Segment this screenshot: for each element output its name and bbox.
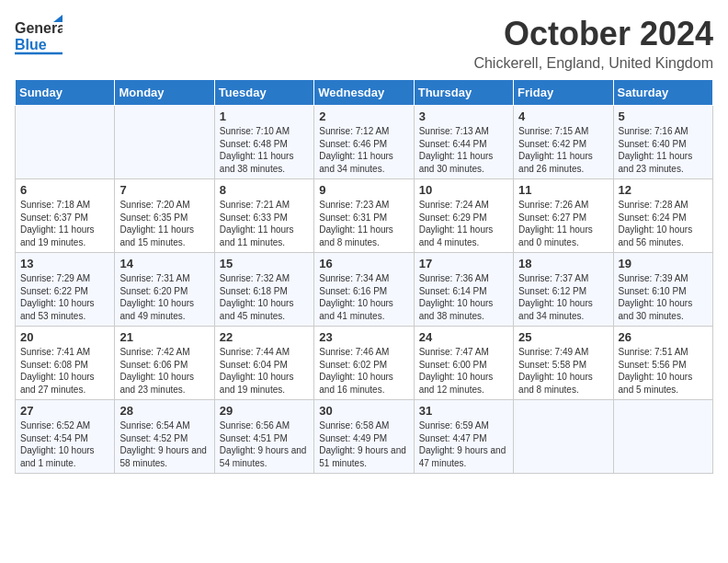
weekday-header-tuesday: Tuesday	[214, 80, 313, 106]
calendar-cell: 26Sunrise: 7:51 AM Sunset: 5:56 PM Dayli…	[613, 327, 712, 400]
cell-daylight-info: Sunrise: 6:54 AM Sunset: 4:52 PM Dayligh…	[119, 419, 209, 469]
cell-daylight-info: Sunrise: 7:37 AM Sunset: 6:12 PM Dayligh…	[518, 272, 608, 322]
cell-daylight-info: Sunrise: 6:52 AM Sunset: 4:54 PM Dayligh…	[20, 419, 109, 469]
calendar-week-row: 6Sunrise: 7:18 AM Sunset: 6:37 PM Daylig…	[16, 179, 713, 253]
day-number: 30	[319, 404, 408, 418]
day-number: 15	[220, 257, 309, 270]
calendar-cell: 21Sunrise: 7:42 AM Sunset: 6:06 PM Dayli…	[115, 327, 214, 400]
calendar-cell: 22Sunrise: 7:44 AM Sunset: 6:04 PM Dayli…	[214, 327, 313, 400]
calendar-cell	[115, 106, 214, 179]
calendar-cell: 4Sunrise: 7:15 AM Sunset: 6:42 PM Daylig…	[514, 106, 613, 179]
cell-daylight-info: Sunrise: 7:32 AM Sunset: 6:18 PM Dayligh…	[220, 272, 309, 322]
cell-daylight-info: Sunrise: 6:59 AM Sunset: 4:47 PM Dayligh…	[419, 419, 508, 469]
calendar-cell: 8Sunrise: 7:21 AM Sunset: 6:33 PM Daylig…	[214, 179, 313, 253]
calendar-week-row: 13Sunrise: 7:29 AM Sunset: 6:22 PM Dayli…	[16, 253, 713, 327]
cell-daylight-info: Sunrise: 7:24 AM Sunset: 6:29 PM Dayligh…	[419, 199, 508, 248]
cell-daylight-info: Sunrise: 7:51 AM Sunset: 5:56 PM Dayligh…	[619, 346, 708, 396]
day-number: 18	[518, 257, 608, 270]
weekday-header-wednesday: Wednesday	[314, 80, 414, 106]
logo: General Blue	[15, 15, 63, 59]
calendar-cell	[613, 400, 712, 474]
day-number: 5	[619, 109, 708, 123]
day-number: 2	[319, 109, 408, 123]
day-number: 17	[419, 257, 508, 270]
cell-daylight-info: Sunrise: 7:31 AM Sunset: 6:20 PM Dayligh…	[119, 272, 209, 322]
day-number: 25	[518, 330, 608, 344]
cell-daylight-info: Sunrise: 7:47 AM Sunset: 6:00 PM Dayligh…	[419, 346, 508, 396]
weekday-header-friday: Friday	[514, 80, 613, 106]
calendar-cell: 17Sunrise: 7:36 AM Sunset: 6:14 PM Dayli…	[414, 253, 513, 327]
day-number: 29	[220, 404, 309, 418]
calendar-cell: 31Sunrise: 6:59 AM Sunset: 4:47 PM Dayli…	[414, 400, 513, 474]
cell-daylight-info: Sunrise: 7:49 AM Sunset: 5:58 PM Dayligh…	[518, 346, 608, 396]
day-number: 16	[319, 257, 408, 270]
calendar-cell: 13Sunrise: 7:29 AM Sunset: 6:22 PM Dayli…	[16, 253, 115, 327]
weekday-header-sunday: Sunday	[16, 80, 115, 106]
calendar-cell: 24Sunrise: 7:47 AM Sunset: 6:00 PM Dayli…	[414, 327, 513, 400]
day-number: 20	[20, 330, 109, 344]
day-number: 28	[119, 404, 209, 418]
calendar-week-row: 1Sunrise: 7:10 AM Sunset: 6:48 PM Daylig…	[16, 106, 713, 179]
cell-daylight-info: Sunrise: 7:21 AM Sunset: 6:33 PM Dayligh…	[220, 199, 309, 248]
day-number: 13	[20, 257, 109, 270]
cell-daylight-info: Sunrise: 7:13 AM Sunset: 6:44 PM Dayligh…	[419, 125, 508, 175]
calendar-week-row: 27Sunrise: 6:52 AM Sunset: 4:54 PM Dayli…	[16, 400, 713, 474]
cell-daylight-info: Sunrise: 7:26 AM Sunset: 6:27 PM Dayligh…	[518, 199, 608, 248]
calendar-cell: 14Sunrise: 7:31 AM Sunset: 6:20 PM Dayli…	[115, 253, 214, 327]
cell-daylight-info: Sunrise: 7:42 AM Sunset: 6:06 PM Dayligh…	[119, 346, 209, 396]
calendar-cell: 6Sunrise: 7:18 AM Sunset: 6:37 PM Daylig…	[16, 179, 115, 253]
calendar-table: SundayMondayTuesdayWednesdayThursdayFrid…	[15, 79, 713, 474]
calendar-cell: 19Sunrise: 7:39 AM Sunset: 6:10 PM Dayli…	[613, 253, 712, 327]
day-number: 27	[20, 404, 109, 418]
day-number: 6	[20, 183, 109, 197]
day-number: 19	[619, 257, 708, 270]
cell-daylight-info: Sunrise: 7:23 AM Sunset: 6:31 PM Dayligh…	[319, 199, 408, 248]
logo-icon: General Blue	[15, 15, 63, 59]
day-number: 4	[518, 109, 608, 123]
calendar-cell: 28Sunrise: 6:54 AM Sunset: 4:52 PM Dayli…	[115, 400, 214, 474]
cell-daylight-info: Sunrise: 7:34 AM Sunset: 6:16 PM Dayligh…	[319, 272, 408, 322]
day-number: 10	[419, 183, 508, 197]
location: Chickerell, England, United Kingdom	[473, 55, 713, 72]
day-number: 22	[220, 330, 309, 344]
page-header: General Blue October 2024 Chickerell, En…	[15, 15, 713, 72]
cell-daylight-info: Sunrise: 7:46 AM Sunset: 6:02 PM Dayligh…	[319, 346, 408, 396]
cell-daylight-info: Sunrise: 7:16 AM Sunset: 6:40 PM Dayligh…	[619, 125, 708, 175]
cell-daylight-info: Sunrise: 7:39 AM Sunset: 6:10 PM Dayligh…	[619, 272, 708, 322]
calendar-cell: 10Sunrise: 7:24 AM Sunset: 6:29 PM Dayli…	[414, 179, 513, 253]
cell-daylight-info: Sunrise: 6:58 AM Sunset: 4:49 PM Dayligh…	[319, 419, 408, 469]
cell-daylight-info: Sunrise: 7:10 AM Sunset: 6:48 PM Dayligh…	[220, 125, 309, 175]
cell-daylight-info: Sunrise: 7:44 AM Sunset: 6:04 PM Dayligh…	[220, 346, 309, 396]
calendar-cell	[16, 106, 115, 179]
calendar-cell: 7Sunrise: 7:20 AM Sunset: 6:35 PM Daylig…	[115, 179, 214, 253]
calendar-cell: 3Sunrise: 7:13 AM Sunset: 6:44 PM Daylig…	[414, 106, 513, 179]
cell-daylight-info: Sunrise: 7:36 AM Sunset: 6:14 PM Dayligh…	[419, 272, 508, 322]
calendar-cell: 2Sunrise: 7:12 AM Sunset: 6:46 PM Daylig…	[314, 106, 414, 179]
calendar-cell: 16Sunrise: 7:34 AM Sunset: 6:16 PM Dayli…	[314, 253, 414, 327]
cell-daylight-info: Sunrise: 7:12 AM Sunset: 6:46 PM Dayligh…	[319, 125, 408, 175]
day-number: 23	[319, 330, 408, 344]
calendar-cell: 9Sunrise: 7:23 AM Sunset: 6:31 PM Daylig…	[314, 179, 414, 253]
calendar-cell: 20Sunrise: 7:41 AM Sunset: 6:08 PM Dayli…	[16, 327, 115, 400]
calendar-cell: 23Sunrise: 7:46 AM Sunset: 6:02 PM Dayli…	[314, 327, 414, 400]
calendar-cell: 11Sunrise: 7:26 AM Sunset: 6:27 PM Dayli…	[514, 179, 613, 253]
cell-daylight-info: Sunrise: 7:29 AM Sunset: 6:22 PM Dayligh…	[20, 272, 109, 322]
day-number: 24	[419, 330, 508, 344]
month-title: October 2024	[473, 15, 713, 53]
day-number: 14	[119, 257, 209, 270]
calendar-cell: 5Sunrise: 7:16 AM Sunset: 6:40 PM Daylig…	[613, 106, 712, 179]
calendar-cell: 18Sunrise: 7:37 AM Sunset: 6:12 PM Dayli…	[514, 253, 613, 327]
cell-daylight-info: Sunrise: 7:41 AM Sunset: 6:08 PM Dayligh…	[20, 346, 109, 396]
weekday-header-saturday: Saturday	[613, 80, 712, 106]
calendar-cell: 27Sunrise: 6:52 AM Sunset: 4:54 PM Dayli…	[16, 400, 115, 474]
calendar-cell: 30Sunrise: 6:58 AM Sunset: 4:49 PM Dayli…	[314, 400, 414, 474]
day-number: 8	[220, 183, 309, 197]
cell-daylight-info: Sunrise: 7:15 AM Sunset: 6:42 PM Dayligh…	[518, 125, 608, 175]
day-number: 31	[419, 404, 508, 418]
calendar-cell: 15Sunrise: 7:32 AM Sunset: 6:18 PM Dayli…	[214, 253, 313, 327]
day-number: 11	[518, 183, 608, 197]
cell-daylight-info: Sunrise: 7:28 AM Sunset: 6:24 PM Dayligh…	[619, 199, 708, 248]
calendar-week-row: 20Sunrise: 7:41 AM Sunset: 6:08 PM Dayli…	[16, 327, 713, 400]
title-block: October 2024 Chickerell, England, United…	[473, 15, 713, 72]
day-number: 21	[119, 330, 209, 344]
